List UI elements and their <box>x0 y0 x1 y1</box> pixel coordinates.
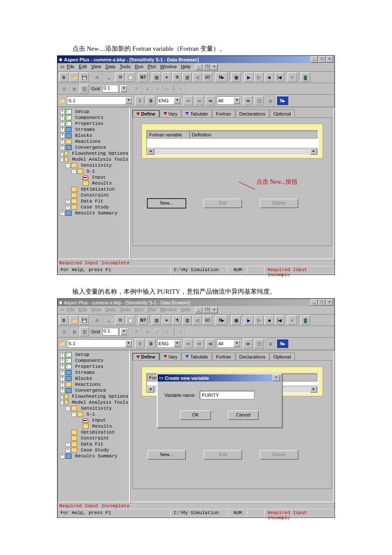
menu-help[interactable]: Help <box>181 64 191 70</box>
tree-item[interactable]: - Model Analysis Tools <box>59 399 128 405</box>
expand-icon[interactable]: + <box>60 370 65 375</box>
palette-icon[interactable]: ▓ <box>301 315 310 325</box>
tab-tabulate[interactable]: Tabulate <box>182 110 212 117</box>
mdi-restore-button[interactable]: ❐ <box>203 307 210 313</box>
open-file-icon[interactable]: 📂 <box>69 315 79 325</box>
tab-define[interactable]: Define <box>133 110 159 118</box>
object-selector[interactable]: S-1▾ <box>67 96 133 105</box>
tree-item[interactable]: + Case Study <box>59 447 128 453</box>
tree-item[interactable]: Constraint <box>59 435 128 441</box>
paste-icon[interactable]: 📋 <box>126 315 135 325</box>
tree-item[interactable]: + Data Fit <box>59 198 128 204</box>
expand-icon[interactable]: + <box>60 376 65 381</box>
menu-file[interactable]: File <box>67 307 75 313</box>
variable-listbox[interactable]: Fortran variable Definition ◂ ▸ <box>146 130 318 156</box>
tab-tabulate[interactable]: Tabulate <box>182 353 212 360</box>
tree-pane[interactable]: + Setup+ Components+ Properties+ Streams… <box>58 350 130 503</box>
expand-icon[interactable]: + <box>60 145 65 150</box>
help-about-icon[interactable]: N? <box>138 72 148 82</box>
pointer-icon[interactable]: ↖ <box>176 84 185 93</box>
scope-selector[interactable]: All▾ <box>217 96 242 105</box>
edit-button[interactable]: Edit <box>204 199 242 208</box>
menu-run[interactable]: Run <box>135 307 143 313</box>
next-input-icon[interactable]: N▸ <box>277 96 288 105</box>
tree-item[interactable]: + Properties <box>59 121 128 127</box>
tree-item[interactable]: + Results Summary <box>59 210 128 216</box>
menu-edit[interactable]: Edit <box>79 64 87 70</box>
tool-icon-5[interactable]: ◁ <box>193 315 202 325</box>
run-show-icon[interactable]: ▦ <box>231 72 241 82</box>
menu-view[interactable]: View <box>91 64 101 70</box>
tool-icon-3[interactable]: ⚗ <box>172 72 182 82</box>
row2-icon-3[interactable]: ◫ <box>80 327 89 336</box>
print-icon[interactable]: 🖶 <box>92 315 102 325</box>
tree-item[interactable]: + Properties <box>59 364 128 370</box>
stop-icon[interactable]: ■ <box>265 72 274 82</box>
tree-item[interactable]: + Blocks <box>59 133 128 139</box>
tab-optional[interactable]: Optional <box>270 353 295 360</box>
tab-declarations[interactable]: Declarations <box>236 353 269 360</box>
tab-fortran[interactable]: Fortran <box>212 110 235 117</box>
nav-up-icon[interactable]: ⇧ <box>135 339 144 348</box>
expand-icon[interactable]: + <box>60 454 65 459</box>
nav-icon-b[interactable]: ▣ <box>265 339 275 348</box>
tool-icon-1[interactable]: ▨ <box>152 72 161 82</box>
print-icon[interactable]: 🖶 <box>92 72 102 82</box>
tab-define[interactable]: Define <box>133 353 159 361</box>
menu-window[interactable]: Window <box>160 64 176 70</box>
scroll-left-icon[interactable]: ◂ <box>147 148 154 155</box>
list-hscrollbar[interactable]: ◂ ▸ <box>147 148 317 155</box>
tree-item[interactable]: Results <box>59 180 128 186</box>
print-preview-icon[interactable]: 🔍 <box>103 315 112 325</box>
tree-item[interactable]: Input <box>59 174 128 180</box>
collapse-icon[interactable]: - <box>66 406 70 411</box>
results-ok-icon[interactable]: ✔ <box>288 72 297 82</box>
tree-item[interactable]: + Case Study <box>59 204 128 210</box>
row2-icon-b[interactable]: ⇲ <box>142 84 152 93</box>
save-file-icon[interactable]: 💾 <box>80 315 89 325</box>
expand-icon[interactable]: + <box>66 442 70 447</box>
row2-icon-c[interactable]: ⤢ <box>153 84 162 93</box>
cancel-button[interactable]: Cancel <box>228 410 259 420</box>
tree-item[interactable]: + Flowsheeting Options <box>59 393 128 399</box>
nav-icon-a[interactable]: ▢ <box>254 96 264 105</box>
tree-item[interactable]: + Streams <box>59 127 128 133</box>
tree-item[interactable]: - S-1 <box>59 411 128 417</box>
units-selector[interactable]: ENG▾ <box>157 339 182 348</box>
expand-icon[interactable]: + <box>60 388 65 393</box>
tree-item[interactable]: Results <box>59 423 128 429</box>
menu-tools[interactable]: Tools <box>120 307 131 313</box>
expand-icon[interactable]: + <box>60 116 65 120</box>
tree-item[interactable]: + Streams <box>59 370 128 376</box>
menu-file[interactable]: File <box>67 64 75 70</box>
expand-icon[interactable]: + <box>66 199 70 204</box>
expand-icon[interactable]: + <box>60 394 63 399</box>
mdi-close-button[interactable]: × <box>210 64 218 70</box>
tree-item[interactable]: Optimization <box>59 429 128 435</box>
open-file-icon[interactable]: 📂 <box>69 72 79 82</box>
grid-value-input[interactable]: 0.1 <box>102 85 118 92</box>
nav-up-icon[interactable]: ⇧ <box>135 96 144 105</box>
new-button[interactable]: New... <box>147 199 186 208</box>
row2-icon-2[interactable]: ▦ <box>69 327 79 336</box>
back-icon[interactable]: ⇦ <box>184 96 193 105</box>
maximize-button[interactable]: □ <box>318 299 326 306</box>
next-input-icon[interactable]: N▸ <box>277 339 288 348</box>
units-selector[interactable]: ENG▾ <box>157 96 182 105</box>
mdi-restore-button[interactable]: ❐ <box>203 64 210 70</box>
tree-item[interactable]: - Sensitivity <box>59 162 128 168</box>
variable-name-input[interactable] <box>200 391 254 399</box>
results-ok-icon[interactable]: ✔ <box>288 315 297 325</box>
run-show-icon[interactable]: ▦ <box>231 315 241 325</box>
last-icon[interactable]: ≫ <box>243 96 253 105</box>
expand-icon[interactable]: + <box>66 205 70 210</box>
tree-item[interactable]: Input <box>59 417 128 423</box>
nav-tree-icon[interactable]: ≣ <box>146 96 156 105</box>
tree-item[interactable]: - S-1 <box>59 168 128 174</box>
expand-icon[interactable]: + <box>60 353 65 357</box>
tree-item[interactable]: + Setup <box>59 352 128 358</box>
tree-item[interactable]: + Reactions <box>59 382 128 387</box>
tool-icon-2[interactable]: ✦ <box>162 315 171 325</box>
tree-item[interactable]: + Convergence <box>59 145 128 150</box>
tree-item[interactable]: + Results Summary <box>59 453 128 459</box>
